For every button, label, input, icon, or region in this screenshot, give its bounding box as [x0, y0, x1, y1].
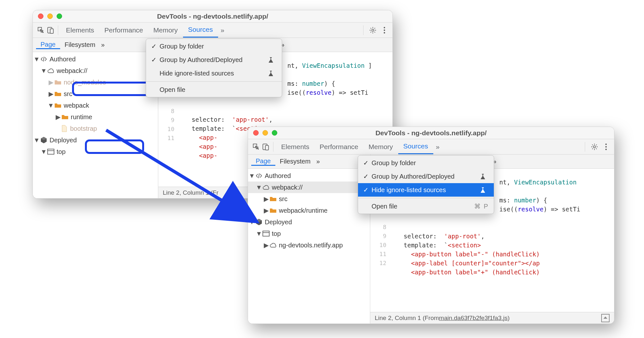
tree-label: ng-devtools.netlify.app: [279, 242, 343, 249]
code-icon: [255, 172, 263, 180]
tree-node-modules[interactable]: ▶ node_modules: [33, 76, 158, 88]
menu-hide-ignore-listed[interactable]: Hide ignore-listed sources: [146, 67, 282, 80]
flask-icon: [268, 70, 277, 76]
tab-memory[interactable]: Memory: [363, 139, 398, 154]
tree-label: top: [272, 230, 281, 237]
svg-rect-22: [263, 231, 269, 236]
flask-icon: [480, 187, 489, 193]
svg-point-17: [605, 148, 607, 150]
device-toggle-icon[interactable]: [46, 25, 55, 35]
svg-point-14: [593, 146, 596, 148]
folder-icon: [269, 195, 277, 203]
menu-group-by-folder[interactable]: ✓ Group by folder: [358, 156, 494, 170]
menu-hide-ignore-listed[interactable]: ✓ Hide ignore-listed sources: [358, 183, 494, 197]
folder-icon: [54, 102, 62, 109]
tree-label: node_modules: [64, 79, 106, 86]
tree-host[interactable]: ▶ ng-devtools.netlify.app: [248, 239, 370, 251]
check-icon: ✓: [151, 42, 160, 50]
tree-authored[interactable]: ▼ Authored: [33, 53, 158, 65]
tree-webpack-scheme[interactable]: ▼ webpack://: [33, 65, 158, 76]
kebab-menu-icon[interactable]: [380, 25, 389, 35]
svg-point-4: [384, 29, 385, 31]
tree-src[interactable]: ▶ src: [33, 88, 158, 100]
drawer-toggle-icon[interactable]: [601, 314, 610, 322]
inspect-icon[interactable]: [36, 25, 46, 35]
tab-elements[interactable]: Elements: [61, 22, 99, 38]
folder-icon: [54, 90, 62, 98]
tree-deployed[interactable]: ▼ Deployed: [33, 134, 158, 146]
tree-webpack-runtime[interactable]: ▶ webpack/runtime: [248, 205, 370, 216]
svg-rect-1: [50, 29, 53, 33]
check-icon: ✓: [363, 159, 372, 167]
menu-open-file[interactable]: Open file: [146, 83, 282, 96]
close-window[interactable]: [253, 130, 259, 136]
tree-label: Deployed: [50, 137, 77, 144]
subtab-page[interactable]: Page: [251, 157, 275, 166]
file-icon: [60, 125, 68, 132]
tree-authored[interactable]: ▼ Authored: [248, 170, 370, 182]
svg-rect-10: [48, 149, 54, 154]
flask-icon: [480, 173, 489, 179]
tab-memory[interactable]: Memory: [148, 22, 183, 38]
folder-icon: [61, 113, 69, 121]
tree-label: webpack://: [272, 184, 303, 191]
gear-icon[interactable]: [368, 25, 378, 35]
tab-performance[interactable]: Performance: [315, 139, 363, 154]
deploy-icon: [255, 218, 263, 226]
tab-sources[interactable]: Sources: [398, 139, 433, 154]
tab-sources[interactable]: Sources: [183, 22, 218, 38]
tree-label: Deployed: [265, 218, 292, 226]
kebab-menu-icon[interactable]: [601, 142, 611, 152]
minimize-window[interactable]: [47, 13, 53, 19]
tab-performance[interactable]: Performance: [99, 22, 148, 38]
tree-webpack[interactable]: ▼ webpack: [33, 100, 158, 111]
menu-group-by-authored[interactable]: ✓ Group by Authored/Deployed: [146, 53, 282, 67]
tab-elements[interactable]: Elements: [276, 139, 315, 154]
tree-runtime[interactable]: ▶ runtime: [33, 111, 158, 123]
tree-label: top: [57, 148, 66, 156]
deploy-icon: [40, 136, 48, 144]
tree-label: webpack://: [57, 67, 87, 75]
tree-webpack-scheme[interactable]: ▼ webpack://: [248, 182, 370, 193]
context-menu: ✓ Group by folder ✓ Group by Authored/De…: [146, 39, 282, 97]
svg-point-5: [384, 32, 385, 33]
titlebar: DevTools - ng-devtools.netlify.app/: [33, 10, 392, 22]
tree-top[interactable]: ▼ top: [33, 146, 158, 157]
svg-rect-13: [265, 145, 269, 150]
check-icon: ✓: [363, 186, 372, 194]
subtab-filesystem[interactable]: Filesystem: [60, 41, 100, 49]
maximize-window[interactable]: [272, 130, 277, 136]
tree-label: src: [64, 90, 72, 98]
minimize-window[interactable]: [262, 130, 268, 136]
tree-bootstrap[interactable]: bootstrap: [33, 123, 158, 134]
tree-deployed[interactable]: ▼ Deployed: [248, 216, 370, 228]
menu-group-by-authored[interactable]: ✓ Group by Authored/Deployed: [358, 170, 494, 183]
tree-label: Authored: [265, 172, 291, 180]
folder-icon: [54, 78, 62, 86]
close-window[interactable]: [38, 13, 43, 19]
menu-group-by-folder[interactable]: ✓ Group by folder: [146, 40, 282, 53]
folder-icon: [269, 207, 277, 214]
cloud-icon: [262, 183, 270, 191]
subtab-more[interactable]: »: [100, 41, 106, 49]
maximize-window[interactable]: [57, 13, 62, 19]
more-tabs[interactable]: »: [433, 139, 442, 154]
window-icon: [262, 230, 270, 237]
subtab-more[interactable]: »: [315, 158, 321, 165]
svg-point-3: [384, 27, 385, 28]
subtab-page[interactable]: Page: [36, 41, 60, 49]
tree-label: Authored: [50, 56, 76, 63]
code-icon: [40, 55, 48, 63]
statusbar: Line 2, Column 1 (From main.da63f7b2fe3f…: [370, 312, 614, 324]
tree-src[interactable]: ▶ src: [248, 193, 370, 205]
subtab-filesystem[interactable]: Filesystem: [275, 158, 315, 165]
menu-open-file[interactable]: Open file ⌘ P: [358, 200, 494, 213]
tree-top[interactable]: ▼ top: [248, 228, 370, 239]
window-title: DevTools - ng-devtools.netlify.app/: [375, 129, 487, 137]
tree-label: webpack: [64, 102, 89, 109]
gear-icon[interactable]: [590, 142, 599, 152]
inspect-icon[interactable]: [251, 142, 261, 152]
more-tabs[interactable]: »: [218, 22, 227, 38]
menu-shortcut: ⌘ P: [474, 202, 489, 210]
device-toggle-icon[interactable]: [261, 142, 271, 152]
